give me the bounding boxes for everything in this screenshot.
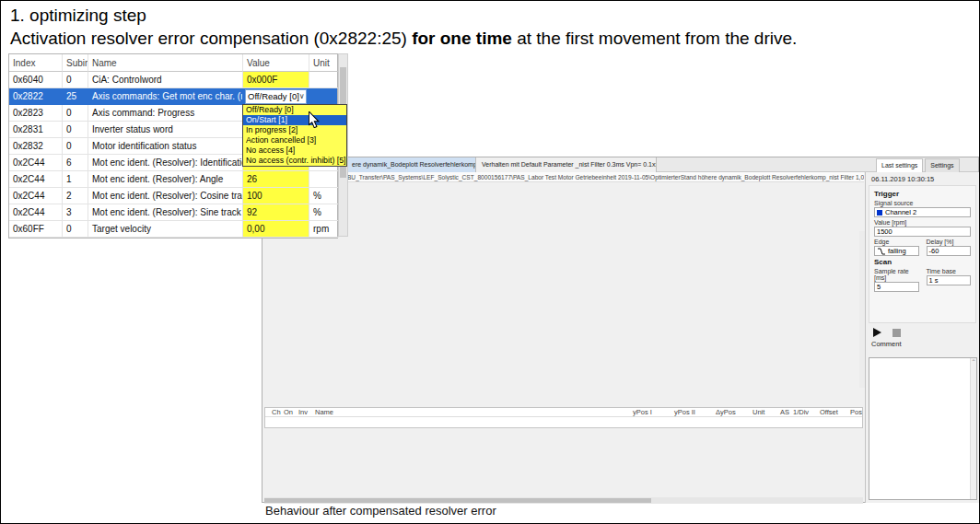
subtitle-pre: Activation resolver error compensation (… [10, 29, 412, 48]
transport-controls [873, 328, 972, 337]
tab-document-2[interactable]: Verhalten mit Default Parameter _nist Fi… [476, 157, 657, 172]
param-subindex: 1 [63, 171, 88, 188]
param-row[interactable]: 0x2C441Mot enc ident. (Resolver): Angle2… [9, 171, 337, 188]
stop-button[interactable] [892, 329, 901, 337]
param-subindex: 6 [63, 155, 88, 171]
edge-field[interactable]: falling [874, 246, 919, 256]
column-header: Unit [751, 407, 778, 417]
dropdown-item[interactable]: Off/Ready [0] [243, 105, 346, 115]
column-header: Inv [297, 407, 313, 417]
play-button[interactable] [873, 328, 881, 337]
param-row[interactable]: 0x2C442Mot enc ident. (Resolver): Cosine… [9, 188, 337, 204]
comment-label: Comment [871, 340, 974, 348]
tab-settings[interactable]: Settings [925, 158, 959, 172]
column-header: Name [88, 54, 243, 72]
chevron-down-icon: ∨ [299, 90, 305, 103]
falling-edge-icon [877, 248, 886, 255]
signal-source-value: Channel 2 [885, 208, 916, 216]
param-subindex: 2 [63, 188, 88, 204]
dropdown-item[interactable]: Action cancelled [3] [243, 135, 346, 146]
param-name: Mot enc ident. (Resolver): Cosine track … [88, 188, 243, 204]
column-header: ΔyPos [714, 407, 751, 417]
dropdown-item[interactable]: In progress [2] [243, 125, 346, 135]
subtitle-bold: for one time [412, 29, 512, 48]
param-unit: % [309, 204, 339, 221]
param-value: 0,00 [243, 221, 309, 238]
column-header: AS [778, 407, 791, 417]
param-subindex: 0 [63, 105, 88, 122]
parameter-table-header: IndexSubindexNameValueUnit [9, 54, 337, 72]
column-header: On [282, 407, 297, 417]
value-combobox[interactable]: Off/Ready [0]∨ [245, 89, 307, 104]
scope-plot [262, 216, 863, 401]
param-name: Motor identification status [88, 138, 243, 155]
channel-table: ChOnInvNameyPos IyPos IIΔyPosUnitAS1/Div… [264, 407, 863, 428]
param-index: 0x2C44 [9, 171, 63, 188]
scrollbar-thumb[interactable] [264, 498, 651, 503]
param-value: 92 [243, 204, 309, 221]
param-subindex: 0 [63, 221, 88, 238]
param-unit: rpm [309, 221, 339, 238]
param-index: 0x2832 [9, 138, 63, 155]
param-subindex: 0 [63, 122, 88, 138]
edge-value: falling [888, 247, 906, 255]
value-dropdown-list: Off/Ready [0]On/Start [1]In progress [2]… [242, 104, 347, 167]
dropdown-item[interactable]: No access [4] [243, 146, 346, 156]
dropdown-item[interactable]: No access (contr. inhibit) [5] [243, 156, 346, 166]
param-value: Off/Ready [0]∨ [243, 88, 309, 105]
param-row[interactable]: 0x60400CiA: Controlword0x000F [9, 72, 337, 88]
page-subtitle: Activation resolver error compensation (… [10, 29, 797, 49]
param-name: Mot enc ident. (Resolver): Identificatio… [88, 155, 243, 171]
file-path: Zde00f\Data2\Automation\07_BU_Transfer\P… [263, 172, 864, 182]
comment-box[interactable]: ⌃ [869, 357, 977, 500]
channel-table-scrollbar[interactable] [264, 497, 863, 504]
dropdown-item[interactable]: On/Start [1] [243, 115, 346, 125]
param-subindex: 0 [63, 72, 88, 88]
param-index: 0x2C44 [9, 155, 63, 171]
param-value: 0x000F [243, 72, 309, 88]
timestamp: 06.11.2019 10:30:15 [871, 175, 974, 183]
sidebar-tabs: Last settings Settings [876, 158, 960, 172]
param-index: 0x60FF [9, 221, 63, 238]
column-header: Index [9, 54, 63, 72]
sample-rate-field[interactable]: 5 [874, 282, 919, 292]
column-header: 1/Div [791, 407, 818, 417]
param-index: 0x2831 [9, 122, 63, 138]
tab-last-settings[interactable]: Last settings [876, 158, 923, 172]
signal-source-field[interactable]: Channel 2 [874, 207, 971, 217]
signal-source-label: Signal source [874, 200, 971, 206]
column-header: Value [243, 54, 309, 72]
settings-sidebar: 06.11.2019 10:30:15 Trigger Signal sourc… [865, 172, 979, 503]
param-row[interactable]: 0x282225Axis commands: Get mot enc char.… [9, 88, 337, 105]
param-name: CiA: Controlword [88, 72, 243, 88]
param-value: 100 [243, 188, 309, 204]
param-index: 0x2C44 [9, 204, 63, 221]
combobox-value: Off/Ready [0] [248, 90, 299, 103]
column-header: Position [848, 407, 862, 417]
param-index: 0x2823 [9, 105, 63, 122]
trigger-heading: Trigger [874, 190, 971, 198]
column-header: yPos I [631, 407, 672, 417]
param-index: 0x2C44 [9, 188, 63, 204]
param-name: Mot enc ident. (Resolver): Sine track ga… [88, 204, 243, 221]
param-name: Axis command: Progress [88, 105, 243, 122]
param-row[interactable]: 0x60FF0Target velocity0,00rpm [9, 221, 337, 238]
delay-field[interactable]: -60 [927, 246, 972, 256]
comment-scrollbar[interactable]: ⌃ [970, 358, 976, 499]
trigger-value-label: Value [rpm] [874, 219, 971, 226]
param-unit [309, 171, 339, 188]
param-unit [309, 88, 339, 105]
column-header: Name [313, 407, 631, 417]
page-title: 1. optimizing step [10, 6, 146, 26]
trigger-scan-panel: Trigger Signal source Channel 2 Value [r… [869, 185, 976, 323]
param-unit [309, 72, 339, 88]
param-subindex: 3 [63, 204, 88, 221]
channel-row[interactable] [265, 417, 862, 427]
param-subindex: 0 [63, 138, 88, 155]
trigger-value-field[interactable]: 1500 [874, 227, 971, 237]
column-header: Unit [309, 54, 339, 72]
param-row[interactable]: 0x2C443Mot enc ident. (Resolver): Sine t… [9, 204, 337, 221]
param-index: 0x6040 [9, 72, 63, 88]
time-base-field[interactable]: 1 s [927, 275, 972, 285]
channel-color-swatch [877, 210, 882, 215]
